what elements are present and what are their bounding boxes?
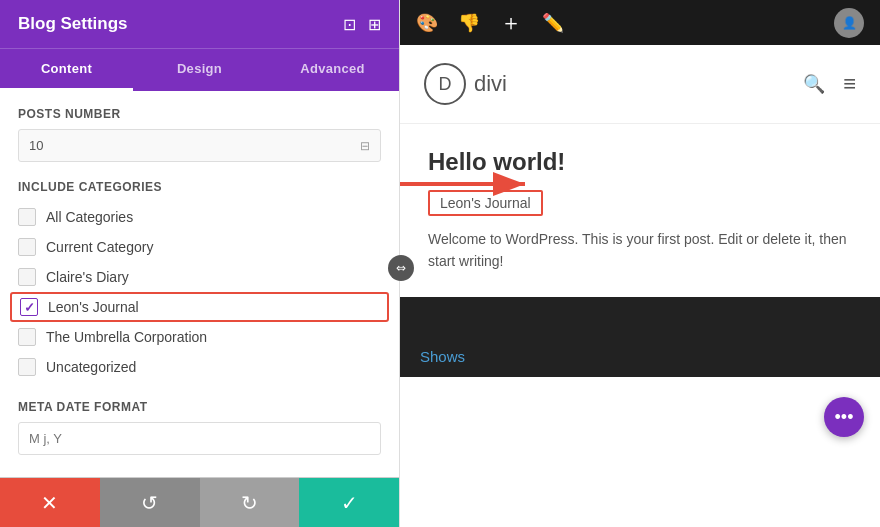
fab-icon: ••• <box>835 407 854 428</box>
close-button[interactable]: ✕ <box>0 478 100 527</box>
site-nav: D divi 🔍 ≡ <box>400 45 880 124</box>
checkbox-uncategorized[interactable] <box>18 358 36 376</box>
tab-content[interactable]: Content <box>0 49 133 91</box>
panel-header: Blog Settings ⊡ ⊞ <box>0 0 399 48</box>
checkbox-current[interactable] <box>18 238 36 256</box>
site-preview: D divi 🔍 ≡ Hello world! Leon's J <box>400 45 880 527</box>
post-title: Hello world! <box>428 148 852 176</box>
toolbar-left: 🎨 👎 ＋ ✏️ <box>416 8 564 38</box>
avatar-img: 👤 <box>842 16 857 30</box>
edit-icon[interactable]: ✏️ <box>542 12 564 34</box>
avatar[interactable]: 👤 <box>834 8 864 38</box>
categories-list: All Categories Current Category Claire's… <box>18 202 381 382</box>
category-current-label: Current Category <box>46 239 153 255</box>
expand-icon[interactable]: ⊡ <box>343 15 356 34</box>
site-logo: D divi <box>424 63 507 105</box>
add-icon[interactable]: ＋ <box>500 8 522 38</box>
fab-button[interactable]: ••• <box>824 397 864 437</box>
dark-footer: Shows <box>400 297 880 377</box>
meta-date-label: Meta Date Format <box>18 400 381 414</box>
post-category-badge: Leon's Journal <box>428 190 543 216</box>
meta-date-section: Meta Date Format <box>18 400 381 455</box>
save-button[interactable]: ✓ <box>299 478 399 527</box>
posts-number-input[interactable]: 10 ⊟ <box>18 129 381 162</box>
top-toolbar: 🎨 👎 ＋ ✏️ 👤 <box>400 0 880 45</box>
posts-number-value: 10 <box>29 138 43 153</box>
category-all-label: All Categories <box>46 209 133 225</box>
logo-name: divi <box>474 71 507 97</box>
checkbox-claires[interactable] <box>18 268 36 286</box>
category-leons[interactable]: Leon's Journal <box>10 292 389 322</box>
panel-header-icons: ⊡ ⊞ <box>343 15 381 34</box>
post-content: Hello world! Leon's Journal Welcome to W… <box>400 124 880 297</box>
close-icon: ✕ <box>41 491 58 515</box>
category-claires[interactable]: Claire's Diary <box>18 262 381 292</box>
tabs-bar: Content Design Advanced <box>0 48 399 91</box>
posts-number-icon: ⊟ <box>360 139 370 153</box>
category-all[interactable]: All Categories <box>18 202 381 232</box>
category-leons-label: Leon's Journal <box>48 299 139 315</box>
redo-button[interactable]: ↻ <box>200 478 300 527</box>
menu-nav-icon[interactable]: ≡ <box>843 71 856 97</box>
category-umbrella[interactable]: The Umbrella Corporation <box>18 322 381 352</box>
nav-icons: 🔍 ≡ <box>803 71 856 97</box>
feedback-icon[interactable]: 👎 <box>458 12 480 34</box>
panel-title: Blog Settings <box>18 14 128 34</box>
left-panel: Blog Settings ⊡ ⊞ Content Design Advance… <box>0 0 400 527</box>
logo-letter: D <box>439 74 452 95</box>
right-panel: 🎨 👎 ＋ ✏️ 👤 D divi 🔍 ≡ Hello world! <box>400 0 880 527</box>
panel-content: Posts Number 10 ⊟ Include Categories All… <box>0 91 399 477</box>
category-uncategorized-label: Uncategorized <box>46 359 136 375</box>
toggle-icon: ⇔ <box>396 261 406 275</box>
redo-icon: ↻ <box>241 491 258 515</box>
checkbox-umbrella[interactable] <box>18 328 36 346</box>
meta-date-input[interactable] <box>18 422 381 455</box>
bottom-bar: ✕ ↺ ↻ ✓ <box>0 477 399 527</box>
tab-advanced[interactable]: Advanced <box>266 49 399 91</box>
category-current[interactable]: Current Category <box>18 232 381 262</box>
category-uncategorized[interactable]: Uncategorized <box>18 352 381 382</box>
post-excerpt: Welcome to WordPress. This is your first… <box>428 228 852 273</box>
include-categories-section: Include Categories All Categories Curren… <box>18 180 381 382</box>
undo-icon: ↺ <box>141 491 158 515</box>
posts-number-label: Posts Number <box>18 107 381 121</box>
include-categories-label: Include Categories <box>18 180 381 194</box>
category-umbrella-label: The Umbrella Corporation <box>46 329 207 345</box>
checkbox-all[interactable] <box>18 208 36 226</box>
settings-icon[interactable]: ⊞ <box>368 15 381 34</box>
logo-circle: D <box>424 63 466 105</box>
search-nav-icon[interactable]: 🔍 <box>803 73 825 95</box>
tab-design[interactable]: Design <box>133 49 266 91</box>
palette-icon[interactable]: 🎨 <box>416 12 438 34</box>
undo-button[interactable]: ↺ <box>100 478 200 527</box>
posts-number-section: Posts Number 10 ⊟ <box>18 107 381 162</box>
save-icon: ✓ <box>341 491 358 515</box>
checkbox-leons[interactable] <box>20 298 38 316</box>
panel-toggle-button[interactable]: ⇔ <box>388 255 414 281</box>
footer-link[interactable]: Shows <box>420 348 465 365</box>
category-claires-label: Claire's Diary <box>46 269 129 285</box>
